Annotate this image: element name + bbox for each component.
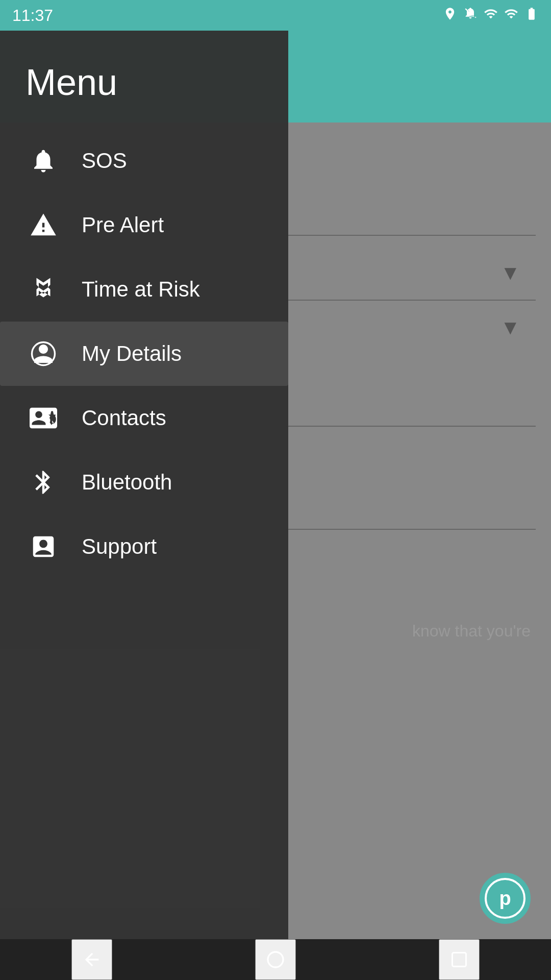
support-label: Support xyxy=(82,534,157,559)
dropdown-arrow-2-icon: ▼ xyxy=(500,316,520,339)
svg-point-0 xyxy=(268,952,283,967)
nav-bar xyxy=(0,939,551,980)
status-bar: 11:37 xyxy=(0,0,551,31)
signal-icon xyxy=(504,7,518,24)
menu-item-bluetooth[interactable]: Bluetooth xyxy=(0,450,288,514)
nav-recents-button[interactable] xyxy=(439,939,480,980)
bg-divider-1 xyxy=(286,235,536,236)
wifi-icon xyxy=(484,7,498,24)
navigation-drawer: Menu SOS Pre Alert Time at Risk xyxy=(0,31,288,939)
time-at-risk-icon xyxy=(26,272,61,307)
menu-item-my-details[interactable]: My Details xyxy=(0,322,288,386)
menu-item-time-at-risk[interactable]: Time at Risk xyxy=(0,257,288,322)
time-at-risk-label: Time at Risk xyxy=(82,277,200,302)
battery-icon xyxy=(524,7,539,24)
sos-icon xyxy=(26,143,61,179)
bluetooth-label: Bluetooth xyxy=(82,470,172,495)
bell-off-icon xyxy=(463,7,478,24)
contacts-label: Contacts xyxy=(82,406,166,430)
location-icon xyxy=(443,7,457,24)
support-icon xyxy=(26,529,61,565)
fab-label: p xyxy=(499,888,511,910)
sos-label: SOS xyxy=(82,149,127,173)
contacts-icon xyxy=(26,400,61,436)
menu-item-sos[interactable]: SOS xyxy=(0,129,288,193)
drawer-title: Menu xyxy=(0,31,288,129)
pre-alert-label: Pre Alert xyxy=(82,213,164,237)
fab-inner: p xyxy=(485,878,525,919)
nav-back-button[interactable] xyxy=(71,939,112,980)
status-time: 11:37 xyxy=(12,6,53,25)
nav-home-button[interactable] xyxy=(255,939,296,980)
my-details-icon xyxy=(26,336,61,372)
menu-item-support[interactable]: Support xyxy=(0,514,288,579)
fab-button[interactable]: p xyxy=(480,873,531,924)
status-icons xyxy=(443,7,539,24)
svg-rect-1 xyxy=(453,953,466,967)
dropdown-arrow-icon: ▼ xyxy=(500,261,520,284)
my-details-label: My Details xyxy=(82,341,182,366)
menu-item-contacts[interactable]: Contacts xyxy=(0,386,288,450)
bluetooth-icon xyxy=(26,464,61,500)
pre-alert-icon xyxy=(26,207,61,243)
menu-item-pre-alert[interactable]: Pre Alert xyxy=(0,193,288,257)
